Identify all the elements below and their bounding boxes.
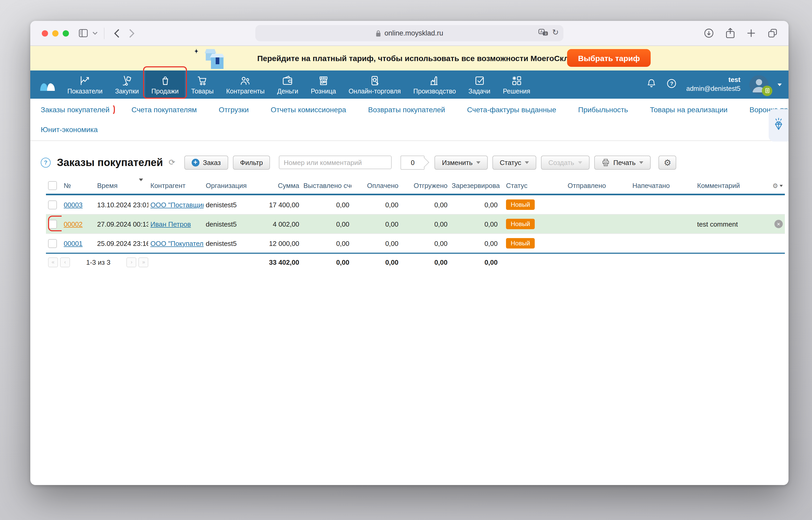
total-paid: 0,00	[351, 253, 400, 271]
nav-item-sales[interactable]: Продажи	[145, 71, 185, 99]
sidebar-toggle-icon[interactable]	[78, 29, 88, 37]
tab-commission-reports[interactable]: Отчеты комиссионера	[271, 105, 346, 114]
status-button[interactable]: Статус	[492, 155, 536, 170]
col-reserved[interactable]: Зарезервировано	[450, 179, 500, 194]
user-info[interactable]: test admin@denistest5	[686, 76, 740, 93]
tab-customer-invoices[interactable]: Счета покупателям	[132, 105, 197, 114]
col-paid[interactable]: Оплачено	[351, 179, 400, 194]
order-row-00001[interactable]: 00001 25.09.2024 23:16 ООО "Покупатель" …	[46, 234, 785, 253]
col-time[interactable]: Время	[95, 179, 148, 194]
create-button[interactable]: Создать	[541, 155, 589, 170]
tab-overview-icon[interactable]	[767, 28, 778, 38]
total-reserved: 0,00	[450, 253, 500, 271]
minimize-window-button[interactable]	[52, 30, 58, 36]
nav-label: Контрагенты	[226, 87, 264, 95]
downloads-icon[interactable]	[703, 28, 714, 38]
counterparty-link[interactable]: ООО "Поставщик"	[150, 201, 204, 209]
nav-item-money[interactable]: Деньги	[271, 71, 305, 99]
notifications-bell-icon[interactable]	[646, 78, 657, 92]
help-icon[interactable]: ?	[666, 78, 678, 92]
row-checkbox[interactable]	[48, 219, 57, 228]
col-sent[interactable]: Отправлено	[566, 179, 630, 194]
premium-side-panel[interactable]	[769, 109, 788, 141]
row-checkbox[interactable]	[48, 200, 57, 209]
chevron-down-icon	[780, 185, 783, 187]
search-input[interactable]	[279, 156, 392, 169]
nav-item-counterparties[interactable]: Контрагенты	[220, 71, 271, 99]
forward-button[interactable]	[129, 28, 135, 38]
nav-label: Розница	[311, 87, 336, 95]
address-bar[interactable]: online.moysklad.ru A文 ↻	[255, 25, 564, 41]
nav-label: Решения	[503, 87, 530, 95]
col-settings[interactable]: ⚙	[764, 179, 785, 194]
col-shipped[interactable]: Отгружено	[400, 179, 450, 194]
col-comment[interactable]: Комментарий	[695, 179, 764, 194]
first-page-button[interactable]: «	[48, 257, 58, 267]
status-badge[interactable]: Новый	[506, 219, 535, 229]
col-sum[interactable]: Сумма	[252, 179, 301, 194]
print-button[interactable]: Печать	[594, 155, 651, 170]
zoom-window-button[interactable]	[63, 30, 69, 36]
nav-item-retail[interactable]: Розница	[305, 71, 342, 99]
nav-item-indicators[interactable]: Показатели	[61, 71, 109, 99]
edit-button[interactable]: Изменить	[435, 155, 488, 170]
order-number-link[interactable]: 00002	[64, 220, 82, 228]
col-printed[interactable]: Напечатано	[630, 179, 695, 194]
tab-shipments[interactable]: Отгрузки	[219, 105, 249, 114]
close-window-button[interactable]	[42, 30, 48, 36]
translate-icon[interactable]: A文	[539, 28, 549, 36]
order-number-link[interactable]: 00001	[64, 239, 82, 247]
next-page-button[interactable]: ›	[127, 257, 136, 267]
status-badge[interactable]: Новый	[506, 238, 535, 249]
sidebar-chevron-down-icon[interactable]	[93, 31, 98, 35]
order-time: 27.09.2024 00:13	[95, 214, 148, 234]
refresh-icon[interactable]: ⟳	[169, 158, 175, 167]
table-settings-button[interactable]: ⚙	[658, 155, 677, 170]
chevron-down-icon	[639, 161, 643, 164]
chevron-down-icon	[525, 161, 529, 164]
order-row-00002-highlighted[interactable]: 00002 27.09.2024 00:13 Иван Петров denis…	[46, 214, 785, 234]
col-organization[interactable]: Организация	[204, 179, 252, 194]
new-tab-icon[interactable]	[746, 28, 756, 38]
col-counterparty[interactable]: Контрагент	[148, 179, 204, 194]
avatar[interactable]	[749, 75, 769, 94]
order-number-link[interactable]: 00003	[64, 201, 82, 209]
moysklad-logo[interactable]	[38, 71, 57, 99]
select-all-checkbox[interactable]	[48, 181, 57, 190]
new-order-button[interactable]: + Заказ	[184, 155, 228, 170]
page-help-icon[interactable]: ?	[41, 157, 51, 167]
col-number[interactable]: №	[62, 179, 95, 194]
tab-profitability[interactable]: Прибыльность	[578, 105, 628, 114]
nav-item-goods[interactable]: Товары	[185, 71, 220, 99]
share-icon[interactable]	[725, 28, 735, 38]
counterparty-link[interactable]: ООО "Покупатель"	[150, 239, 204, 247]
clear-selection-icon[interactable]: ×	[775, 220, 783, 228]
row-checkbox[interactable]	[48, 239, 57, 248]
status-badge[interactable]: Новый	[506, 200, 535, 210]
nav-item-solutions[interactable]: Решения	[497, 71, 536, 99]
nav-item-tasks[interactable]: Задачи	[462, 71, 497, 99]
reload-icon[interactable]: ↻	[552, 28, 559, 37]
choose-tariff-button[interactable]: Выбрать тариф	[567, 49, 651, 67]
prev-page-button[interactable]: ‹	[60, 257, 70, 267]
filter-button[interactable]: Фильтр	[233, 155, 270, 170]
tab-unit-economics[interactable]: Юнит-экономика	[41, 125, 98, 134]
user-menu-chevron-down-icon[interactable]	[778, 83, 782, 86]
order-row-00003[interactable]: 00003 13.10.2024 23:01 ООО "Поставщик" d…	[46, 194, 785, 214]
tab-issued-invoices[interactable]: Счета-фактуры выданные	[467, 105, 556, 114]
counterparty-link[interactable]: Иван Петров	[150, 220, 191, 228]
page-range: 1-3 из 3	[86, 258, 110, 266]
nav-item-production[interactable]: Производство	[407, 71, 462, 99]
tab-customer-orders[interactable]: Заказы покупателей	[41, 105, 110, 114]
shipped: 0,00	[400, 214, 450, 234]
sent	[566, 214, 630, 234]
last-page-button[interactable]: »	[139, 257, 149, 267]
comment: test comment	[695, 214, 764, 234]
nav-item-online-trade[interactable]: Онлайн-торговля	[342, 71, 407, 99]
nav-item-purchases[interactable]: Закупки	[109, 71, 145, 99]
back-button[interactable]	[114, 28, 120, 38]
col-invoiced[interactable]: Выставлено сче...	[301, 179, 351, 194]
col-status[interactable]: Статус	[500, 179, 566, 194]
tab-goods-on-consignment[interactable]: Товары на реализации	[650, 105, 727, 114]
tab-customer-returns[interactable]: Возвраты покупателей	[368, 105, 445, 114]
